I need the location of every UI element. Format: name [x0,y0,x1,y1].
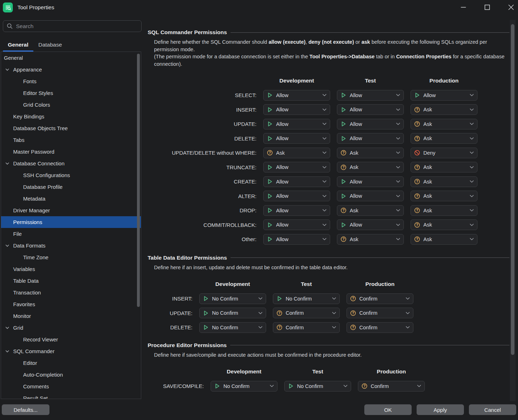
permission-select[interactable]: Allow [337,219,404,230]
app-icon [3,2,13,12]
sidebar-item-database-connection[interactable]: Database Connection [1,158,141,169]
sidebar-item-database-profile[interactable]: Database Profile [1,181,141,193]
sidebar-item-ssh-configurations[interactable]: SSH Configurations [1,169,141,181]
chevron-down-icon [270,385,274,387]
chevron-down-icon [396,166,400,169]
permission-select[interactable]: Deny [411,148,477,158]
permission-select[interactable]: ?Ask [411,133,477,144]
chevron-down-icon[interactable] [5,326,9,329]
permission-select[interactable]: No Confirm [199,308,266,318]
sidebar-item-grid-colors[interactable]: Grid Colors [1,99,141,111]
tab-database[interactable]: Database [33,38,67,52]
permission-select[interactable]: ?Ask [411,234,477,245]
tab-general[interactable]: General [3,38,33,52]
permission-select[interactable]: ?Confirm [273,322,340,333]
sidebar-item-metadata[interactable]: Metadata [1,193,141,204]
permission-select[interactable]: ?Ask [411,162,477,172]
sidebar-item-auto-completion[interactable]: Auto-Completion [1,369,141,381]
sidebar-item-fonts[interactable]: Fonts [1,75,141,87]
permission-select[interactable]: Allow [263,119,330,129]
sidebar-item-favorites[interactable]: Favorites [1,298,141,310]
permission-select[interactable]: ?Confirm [358,381,425,392]
permission-select[interactable]: ?Ask [411,219,477,230]
chevron-down-icon [396,94,400,96]
sidebar-item-file[interactable]: File [1,228,141,240]
permission-select[interactable]: No Confirm [199,322,266,333]
sidebar-item-editor[interactable]: Editor [1,357,141,369]
permission-select[interactable]: No Confirm [273,293,340,304]
permission-select[interactable]: ?Ask [337,162,404,172]
row-label-update-delete-without-where: UPDATE/DELETE without WHERE: [154,150,257,156]
permission-select[interactable]: ?Confirm [347,308,413,318]
sidebar-item-transaction[interactable]: Transaction [1,287,141,298]
sidebar-item-result-set[interactable]: Result Set [1,392,141,399]
sidebar-item-key-bindings[interactable]: Key Bindings [1,111,141,122]
chevron-down-icon[interactable] [5,350,9,352]
permission-select[interactable]: ?Confirm [347,293,413,304]
sidebar-item-label: Grid Colors [23,102,50,108]
sidebar-item-table-data[interactable]: Table Data [1,275,141,287]
apply-button[interactable]: Apply [417,404,464,415]
permission-select[interactable]: Allow [337,176,404,187]
sidebar-item-monitor[interactable]: Monitor [1,310,141,322]
permission-select[interactable]: No Confirm [211,381,278,392]
permission-select[interactable]: ?Confirm [347,322,413,333]
sidebar-item-editor-styles[interactable]: Editor Styles [1,87,141,99]
permission-select[interactable]: Allow [263,219,330,230]
permission-select[interactable]: ?Ask [337,148,404,158]
sidebar-item-permissions[interactable]: Permissions [1,216,141,228]
svg-text:?: ? [416,180,418,184]
permission-select[interactable]: ?Ask [411,205,477,216]
permission-select[interactable]: Allow [411,90,477,101]
allow-icon [267,135,273,142]
permission-select[interactable]: Allow [337,104,404,115]
permission-select[interactable]: ?Ask [411,176,477,187]
permission-select[interactable]: Allow [263,90,330,101]
permission-select[interactable]: Allow [337,191,404,201]
permission-select[interactable]: Allow [263,162,330,172]
permission-select[interactable]: Allow [337,119,404,129]
permission-select[interactable]: ?Confirm [273,308,340,318]
chevron-down-icon[interactable] [5,68,9,71]
sidebar-item-general[interactable]: General [1,52,141,64]
permission-select[interactable]: Allow [263,234,330,245]
chevron-down-icon[interactable] [5,244,9,247]
permission-select[interactable]: Allow [337,90,404,101]
permission-select[interactable]: Allow [263,133,330,144]
permission-select[interactable]: No Confirm [284,381,351,392]
chevron-down-icon[interactable] [5,162,9,165]
allow-icon [267,107,273,113]
permission-select[interactable]: No Confirm [199,293,266,304]
permission-select[interactable]: Allow [337,133,404,144]
sidebar-item-time-zone[interactable]: Time Zone [1,251,141,263]
permission-select[interactable]: Allow [263,191,330,201]
sidebar-item-master-password[interactable]: Master Password [1,146,141,158]
permission-select[interactable]: ?Ask [411,104,477,115]
sidebar-item-comments[interactable]: Comments [1,381,141,392]
sidebar-item-appearance[interactable]: Appearance [1,64,141,75]
sidebar-item-tabs[interactable]: Tabs [1,134,141,146]
sidebar-item-database-objects-tree[interactable]: Database Objects Tree [1,122,141,134]
sidebar-item-sql-commander[interactable]: SQL Commander [1,345,141,357]
search-input[interactable]: Search [3,20,142,32]
sidebar-item-driver-manager[interactable]: Driver Manager [1,204,141,216]
permission-select[interactable]: ?Ask [337,234,404,245]
sidebar-item-variables[interactable]: Variables [1,263,141,275]
chevron-down-icon [322,195,327,197]
cancel-button[interactable]: Cancel [469,404,516,415]
chevron-down-icon [332,297,336,300]
permission-select[interactable]: ?Ask [337,205,404,216]
main-scrollbar[interactable] [511,24,514,355]
permission-select[interactable]: Allow [263,205,330,216]
sidebar-item-record-viewer[interactable]: Record Viewer [1,334,141,345]
sidebar-item-data-formats[interactable]: Data Formats [1,240,141,251]
permission-select[interactable]: ?Ask [411,191,477,201]
permission-select[interactable]: Allow [263,104,330,115]
permission-select[interactable]: Allow [263,176,330,187]
defaults-button[interactable]: Defaults... [2,404,49,415]
permission-select[interactable]: ?Ask [263,148,330,158]
permission-select[interactable]: ?Ask [411,119,477,129]
sidebar-item-grid[interactable]: Grid [1,322,141,334]
sidebar-scrollbar[interactable] [137,54,140,307]
ok-button[interactable]: OK [364,404,412,415]
